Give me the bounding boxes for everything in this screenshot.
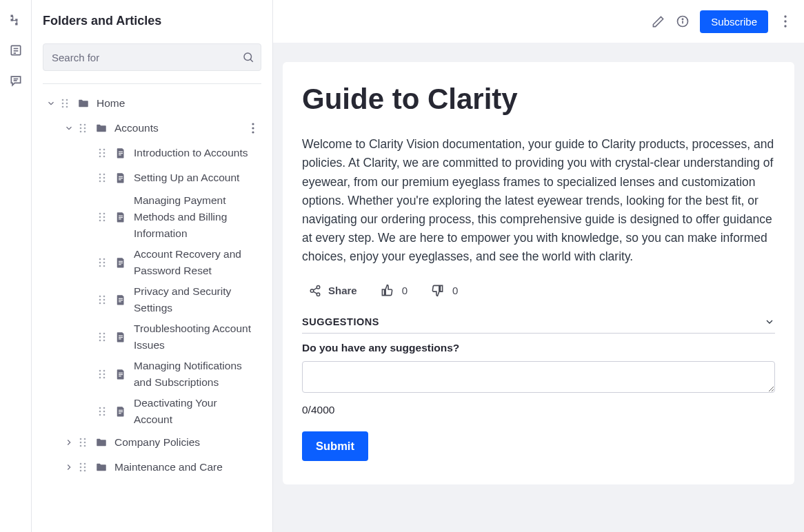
search-icon[interactable] — [242, 51, 254, 63]
folder-icon — [94, 436, 109, 449]
svg-point-30 — [99, 149, 101, 151]
svg-point-112 — [80, 470, 82, 472]
svg-rect-83 — [119, 338, 121, 339]
content-scroll[interactable]: Guide to Clarity Welcome to Clarity Visi… — [273, 43, 804, 532]
article-body: Welcome to Clarity Vision documentation,… — [302, 135, 775, 266]
chevron-down-icon[interactable] — [61, 123, 77, 133]
downvote-button[interactable]: 0 — [431, 284, 458, 297]
svg-point-86 — [99, 374, 101, 376]
tree-folder-home[interactable]: Home — [43, 91, 261, 116]
kebab-icon[interactable] — [778, 14, 793, 29]
toolbar: Subscribe — [273, 0, 804, 43]
tree-article[interactable]: Troubleshooting Account Issues — [43, 318, 261, 356]
submit-button[interactable]: Submit — [302, 431, 368, 461]
svg-rect-82 — [119, 337, 123, 338]
svg-point-113 — [84, 470, 86, 472]
drag-handle-icon[interactable] — [77, 438, 88, 447]
drag-handle-icon[interactable] — [97, 212, 108, 222]
subscribe-button[interactable]: Subscribe — [700, 10, 768, 33]
tree-article[interactable]: Managing Notifications and Subscriptions — [43, 356, 261, 393]
tree-label: Account Recovery and Password Reset — [134, 246, 261, 279]
tree-article[interactable]: Account Recovery and Password Reset — [43, 244, 261, 281]
article-actions: Share 0 0 — [302, 284, 775, 297]
tree-article[interactable]: Setting Up an Account — [43, 165, 261, 190]
suggestions-textarea[interactable] — [302, 361, 775, 393]
tree-article[interactable]: Privacy and Security Settings — [43, 281, 261, 318]
comment-icon[interactable] — [8, 73, 23, 88]
drag-handle-icon[interactable] — [97, 369, 108, 379]
svg-point-66 — [99, 296, 101, 298]
document-icon — [113, 211, 128, 223]
svg-point-60 — [103, 262, 105, 264]
drag-handle-icon[interactable] — [97, 173, 108, 183]
tree-folder-company-policies[interactable]: Company Policies — [43, 430, 261, 455]
svg-rect-65 — [119, 264, 121, 265]
upvote-button[interactable]: 0 — [381, 284, 408, 297]
folder-tree: Home Accounts Introducti — [43, 91, 261, 480]
svg-point-104 — [80, 442, 82, 444]
svg-point-21 — [80, 124, 82, 126]
article-title: Guide to Clarity — [302, 83, 775, 116]
share-label: Share — [328, 285, 357, 296]
svg-point-76 — [103, 333, 105, 335]
drag-handle-icon[interactable] — [59, 99, 70, 108]
drag-handle-icon[interactable] — [97, 332, 108, 342]
upvote-count: 0 — [402, 285, 408, 296]
svg-rect-91 — [119, 374, 123, 375]
svg-point-50 — [99, 216, 101, 218]
svg-rect-5 — [12, 20, 15, 21]
svg-point-59 — [99, 262, 101, 264]
chevron-down-icon — [764, 316, 775, 327]
svg-point-34 — [99, 156, 101, 158]
page-icon[interactable] — [8, 43, 23, 58]
svg-point-16 — [66, 99, 68, 101]
svg-rect-4 — [12, 16, 13, 20]
drag-handle-icon[interactable] — [97, 258, 108, 267]
svg-point-23 — [80, 127, 82, 130]
document-icon — [113, 147, 128, 159]
search-input[interactable] — [43, 43, 261, 71]
svg-point-41 — [99, 177, 101, 179]
edit-icon[interactable] — [650, 14, 665, 29]
svg-rect-74 — [119, 301, 121, 302]
tree-folder-maintenance[interactable]: Maintenance and Care — [43, 455, 261, 480]
svg-point-107 — [84, 445, 86, 447]
suggestions-header[interactable]: SUGGESTIONS — [302, 316, 775, 334]
tree-article[interactable]: Introduction to Accounts — [43, 141, 261, 165]
svg-point-116 — [683, 19, 683, 19]
svg-point-103 — [84, 438, 86, 440]
tree-folder-accounts[interactable]: Accounts — [43, 116, 261, 141]
drag-handle-icon[interactable] — [97, 407, 108, 416]
svg-point-68 — [99, 299, 101, 301]
svg-point-33 — [103, 152, 105, 154]
chevron-right-icon[interactable] — [61, 438, 77, 447]
chevron-right-icon[interactable] — [61, 462, 77, 472]
thumbs-up-icon — [381, 284, 394, 297]
share-button[interactable]: Share — [309, 285, 357, 297]
svg-rect-99 — [119, 410, 123, 411]
svg-point-57 — [99, 258, 101, 260]
kebab-icon[interactable] — [245, 123, 261, 134]
drag-handle-icon[interactable] — [97, 295, 108, 305]
svg-rect-73 — [119, 300, 123, 300]
svg-point-106 — [80, 445, 82, 447]
info-icon[interactable] — [675, 14, 690, 29]
svg-point-44 — [103, 181, 105, 183]
drag-handle-icon[interactable] — [77, 462, 88, 472]
drag-handle-icon[interactable] — [77, 123, 88, 133]
svg-rect-54 — [119, 216, 123, 216]
tree-article[interactable]: Managing Payment Methods and Billing Inf… — [43, 190, 261, 244]
svg-point-48 — [99, 213, 101, 215]
svg-point-42 — [103, 177, 105, 179]
chevron-down-icon[interactable] — [43, 99, 59, 108]
svg-point-78 — [103, 336, 105, 338]
drag-handle-icon[interactable] — [97, 148, 108, 158]
svg-rect-100 — [119, 411, 123, 412]
svg-point-15 — [62, 99, 64, 101]
svg-point-95 — [99, 411, 101, 413]
svg-point-20 — [66, 106, 68, 108]
nav-rail — [0, 0, 32, 532]
tree-icon[interactable] — [8, 12, 23, 28]
tree-article[interactable]: Deactivating Your Account — [43, 393, 261, 430]
tree-label: Deactivating Your Account — [134, 395, 261, 428]
